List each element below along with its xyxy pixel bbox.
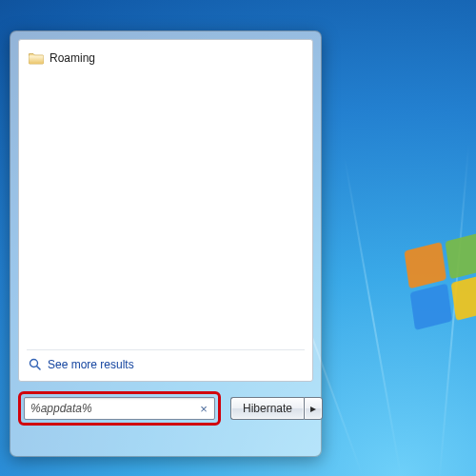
decorative-streak bbox=[344, 157, 402, 476]
spacer bbox=[27, 67, 305, 346]
search-result-item[interactable]: Roaming bbox=[27, 50, 305, 67]
annotation-highlight: × bbox=[18, 391, 221, 426]
see-more-results-label: See more results bbox=[48, 358, 134, 371]
power-menu-button[interactable]: ▸ bbox=[304, 397, 323, 420]
search-box[interactable]: × bbox=[24, 397, 215, 420]
folder-icon bbox=[29, 51, 44, 65]
clear-search-icon[interactable]: × bbox=[195, 400, 212, 417]
hibernate-button[interactable]: Hibernate bbox=[230, 397, 304, 420]
chevron-right-icon: ▸ bbox=[310, 402, 316, 415]
start-menu: Roaming See more results × bbox=[10, 30, 322, 457]
search-result-label: Roaming bbox=[50, 50, 95, 66]
windows-logo-icon bbox=[404, 237, 476, 334]
svg-line-1 bbox=[37, 367, 41, 370]
see-more-results-link[interactable]: See more results bbox=[27, 356, 305, 373]
search-icon bbox=[29, 358, 42, 371]
desktop-background: Roaming See more results × bbox=[0, 0, 476, 476]
power-button-group: Hibernate ▸ bbox=[230, 397, 323, 420]
divider bbox=[27, 349, 305, 350]
search-input[interactable] bbox=[25, 398, 195, 419]
start-menu-bottom-row: × Hibernate ▸ bbox=[18, 391, 313, 426]
search-results-panel: Roaming See more results bbox=[18, 39, 313, 382]
